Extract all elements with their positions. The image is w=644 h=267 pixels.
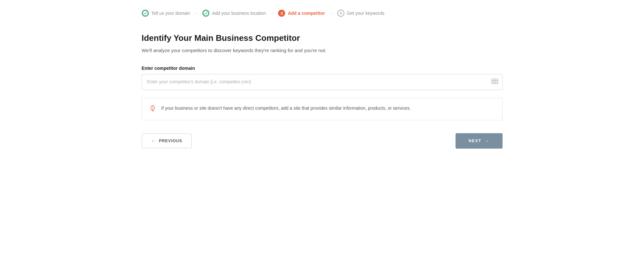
step-get-keywords: 4 Get your keywords <box>337 10 385 17</box>
step-1-icon <box>142 10 149 17</box>
svg-point-0 <box>142 11 148 16</box>
lightbulb-icon <box>149 105 156 114</box>
arrow-1: → <box>194 11 198 16</box>
previous-button-label: PREVIOUS <box>159 138 182 143</box>
info-box: If your business or site doesn't have an… <box>142 98 503 120</box>
step-3-icon: 3 <box>278 10 285 17</box>
next-button-label: NEXT <box>468 138 481 143</box>
page-subtitle: We'll analyze your competitors to discov… <box>142 47 503 54</box>
previous-button[interactable]: ← PREVIOUS <box>142 134 192 148</box>
competitor-domain-form: Enter competitor domain <box>142 66 503 90</box>
step-4-icon: 4 <box>337 10 344 17</box>
step-4-label: Get your keywords <box>347 11 385 16</box>
previous-arrow-icon: ← <box>151 138 156 143</box>
page-title: Identify Your Main Business Competitor <box>142 33 503 44</box>
svg-point-8 <box>152 108 153 109</box>
main-content: Identify Your Main Business Competitor W… <box>142 33 503 149</box>
svg-point-1 <box>203 11 208 16</box>
field-label: Enter competitor domain <box>142 66 503 71</box>
step-3-label: Add a competitor <box>288 11 325 16</box>
step-tell-us-domain: Tell us your domain <box>142 10 190 17</box>
page-wrapper: Tell us your domain → Add your business … <box>129 0 515 158</box>
next-button[interactable]: NEXT → <box>456 133 502 149</box>
step-2-label: Add your business location <box>212 11 266 16</box>
step-add-competitor: 3 Add a competitor <box>278 10 325 17</box>
step-2-icon <box>202 10 209 17</box>
arrow-2: → <box>270 11 274 16</box>
input-wrapper <box>142 74 503 90</box>
step-add-business-location: Add your business location <box>202 10 266 17</box>
next-arrow-icon: → <box>485 138 489 143</box>
stepper: Tell us your domain → Add your business … <box>142 10 503 17</box>
nav-buttons: ← PREVIOUS NEXT → <box>142 133 503 149</box>
arrow-3: → <box>329 11 333 16</box>
info-text: If your business or site doesn't have an… <box>161 105 411 112</box>
step-1-label: Tell us your domain <box>151 11 190 16</box>
competitor-domain-input[interactable] <box>142 74 503 90</box>
